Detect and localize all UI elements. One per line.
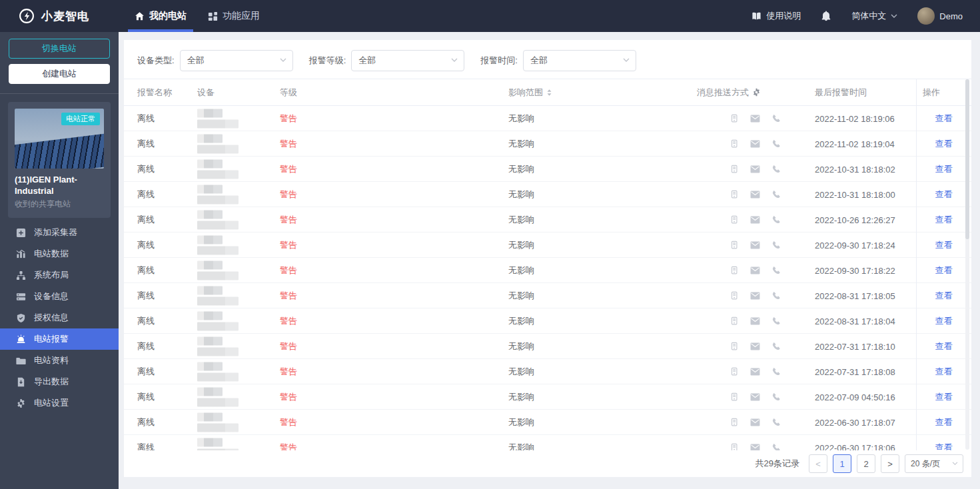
chevron-down-icon [891, 14, 897, 19]
last-alarm-time: 2022-08-31 17:18:05 [815, 290, 895, 300]
sidebar-item-authorization-info[interactable]: 授权信息 [0, 307, 119, 328]
page-button-2[interactable]: 2 [857, 454, 875, 473]
mail-icon [750, 165, 760, 173]
view-link[interactable]: 查看 [935, 392, 953, 402]
alarm-name: 离线 [137, 366, 155, 378]
device-name-blurred [197, 336, 239, 356]
alarm-name: 离线 [137, 315, 155, 327]
tab-my-plant[interactable]: 我的电站 [124, 0, 197, 32]
plant-subtitle: 收到的共享电站 [15, 199, 104, 210]
push-method-icons [730, 342, 781, 351]
mail-icon [750, 266, 760, 274]
impact-scope: 无影响 [508, 214, 534, 226]
last-alarm-time: 2022-07-09 04:50:16 [815, 392, 895, 402]
alarm-name: 离线 [137, 189, 155, 201]
phone-icon [771, 165, 781, 174]
user-menu[interactable]: Demo [917, 7, 963, 25]
alarm-icon [16, 334, 26, 344]
prev-page-button[interactable]: < [809, 454, 827, 473]
menu-label: 添加采集器 [34, 227, 77, 239]
view-link[interactable]: 查看 [935, 189, 953, 199]
push-method-icons [730, 392, 781, 402]
mosaic-block [197, 134, 223, 143]
mosaic-block [197, 271, 239, 280]
column-push-method: 消息推送方式 [697, 87, 761, 99]
push-method-icons [730, 418, 781, 427]
mail-icon [750, 342, 760, 350]
sidebar-item-plant-documents[interactable]: 电站资料 [0, 350, 119, 371]
message-icon [730, 367, 739, 376]
column-label: 消息推送方式 [697, 87, 749, 99]
device-name-blurred [197, 286, 239, 305]
alarm-name: 离线 [137, 290, 155, 302]
view-link[interactable]: 查看 [935, 290, 953, 300]
plant-card[interactable]: 电站正常 (11)IGEN Plant-Industrial 收到的共享电站 [8, 102, 111, 218]
device-name-blurred [197, 159, 239, 179]
page-button-1[interactable]: 1 [833, 454, 851, 473]
create-plant-button[interactable]: 创建电站 [9, 64, 110, 84]
page-size-select[interactable]: 20 条/页 [905, 454, 963, 473]
scrollbar-track [965, 79, 969, 450]
message-icon [730, 114, 739, 123]
last-alarm-time: 2022-08-31 17:18:04 [815, 316, 895, 326]
notifications-button[interactable] [821, 11, 831, 21]
view-link[interactable]: 查看 [935, 113, 953, 123]
alarm-level: 警告 [280, 138, 297, 150]
view-link[interactable]: 查看 [935, 265, 953, 275]
device-name-blurred [197, 210, 239, 229]
column-last-alarm-time: 最后报警时间 [815, 87, 867, 99]
sidebar-item-export-data[interactable]: 导出数据 [0, 371, 119, 392]
device-name-blurred [197, 412, 239, 432]
view-link[interactable]: 查看 [935, 215, 953, 225]
sidebar-item-plant-data[interactable]: 电站数据 [0, 243, 119, 264]
view-link[interactable]: 查看 [935, 164, 953, 174]
sidebar-item-system-layout[interactable]: 系统布局 [0, 264, 119, 286]
device-type-select[interactable]: 全部 [180, 50, 293, 71]
menu-label: 导出数据 [34, 376, 69, 388]
mosaic-block [197, 119, 239, 128]
table-row: 离线 警告 无影响 2022-09-30 17:18:22 查看 [124, 258, 971, 283]
push-settings-gear-icon[interactable] [752, 88, 761, 97]
sidebar-item-plant-alarms[interactable]: 电站报警 [0, 328, 119, 350]
view-link[interactable]: 查看 [935, 366, 953, 376]
message-icon [730, 392, 739, 402]
view-link[interactable]: 查看 [935, 417, 953, 427]
mosaic-block [197, 438, 223, 446]
mosaic-block [197, 311, 223, 320]
view-link[interactable]: 查看 [935, 139, 953, 149]
mail-icon [750, 115, 760, 123]
scrollbar-thumb[interactable] [965, 79, 969, 239]
tab-label: 我的电站 [149, 10, 187, 22]
select-value: 全部 [187, 55, 205, 67]
last-alarm-time: 2022-09-30 17:18:22 [815, 265, 895, 275]
menu-label: 电站数据 [34, 248, 69, 260]
next-page-button[interactable]: > [881, 454, 899, 473]
home-icon [135, 11, 145, 21]
alarm-level-select[interactable]: 全部 [351, 50, 464, 71]
view-link[interactable]: 查看 [935, 341, 953, 351]
alarm-time-select[interactable]: 全部 [523, 50, 636, 71]
help-link[interactable]: 使用说明 [751, 10, 801, 22]
sidebar-item-plant-settings[interactable]: 电站设置 [0, 392, 119, 414]
sidebar-menu: 添加采集器 电站数据 系统布局 设备信息 授权信息 电站报警 电站资料 导出数 [0, 222, 119, 414]
mail-icon [750, 191, 760, 199]
language-label: 简体中文 [851, 10, 886, 22]
bar-chart-icon [16, 249, 26, 259]
mail-icon [750, 241, 760, 249]
tab-function-apps[interactable]: 功能应用 [197, 0, 270, 32]
sort-icon[interactable] [546, 89, 552, 97]
logo-icon [19, 8, 35, 24]
switch-plant-button[interactable]: 切换电站 [9, 39, 110, 59]
impact-scope: 无影响 [508, 189, 534, 201]
last-alarm-time: 2022-11-02 18:19:06 [815, 113, 895, 123]
sidebar-item-add-collector[interactable]: 添加采集器 [0, 222, 119, 243]
push-method-icons [730, 114, 781, 123]
sidebar-item-device-info[interactable]: 设备信息 [0, 286, 119, 307]
table-body: 离线 警告 无影响 2022-11-02 18:19:06 查看 离线 警告 无… [124, 106, 971, 477]
column-alarm-name: 报警名称 [137, 87, 172, 99]
view-link[interactable]: 查看 [935, 240, 953, 250]
language-select[interactable]: 简体中文 [851, 10, 897, 22]
view-link[interactable]: 查看 [935, 316, 953, 326]
impact-scope: 无影响 [508, 138, 534, 150]
device-name-blurred [197, 109, 239, 128]
